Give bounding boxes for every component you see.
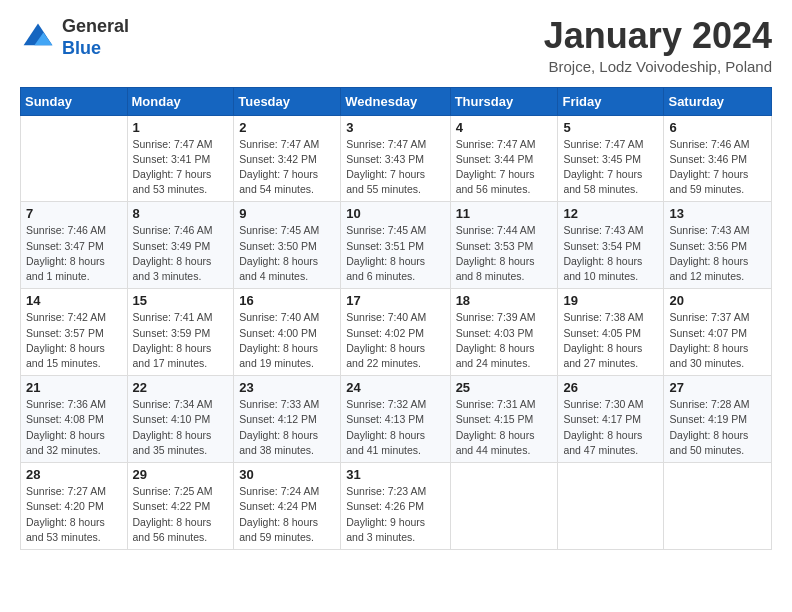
- day-info: Sunrise: 7:38 AM Sunset: 4:05 PM Dayligh…: [563, 310, 658, 371]
- day-info: Sunrise: 7:44 AM Sunset: 3:53 PM Dayligh…: [456, 223, 553, 284]
- day-info: Sunrise: 7:23 AM Sunset: 4:26 PM Dayligh…: [346, 484, 444, 545]
- month-title: January 2024: [544, 16, 772, 56]
- day-info: Sunrise: 7:28 AM Sunset: 4:19 PM Dayligh…: [669, 397, 766, 458]
- day-number: 21: [26, 380, 122, 395]
- weekday-header-monday: Monday: [127, 87, 234, 115]
- calendar-cell: 27Sunrise: 7:28 AM Sunset: 4:19 PM Dayli…: [664, 376, 772, 463]
- day-number: 1: [133, 120, 229, 135]
- day-number: 31: [346, 467, 444, 482]
- day-number: 4: [456, 120, 553, 135]
- logo-text: General Blue: [62, 16, 129, 59]
- calendar-cell: 7Sunrise: 7:46 AM Sunset: 3:47 PM Daylig…: [21, 202, 128, 289]
- day-info: Sunrise: 7:33 AM Sunset: 4:12 PM Dayligh…: [239, 397, 335, 458]
- logo-icon: [20, 20, 56, 56]
- day-info: Sunrise: 7:36 AM Sunset: 4:08 PM Dayligh…: [26, 397, 122, 458]
- day-number: 13: [669, 206, 766, 221]
- calendar-table: SundayMondayTuesdayWednesdayThursdayFrid…: [20, 87, 772, 550]
- weekday-header-thursday: Thursday: [450, 87, 558, 115]
- day-number: 29: [133, 467, 229, 482]
- day-number: 6: [669, 120, 766, 135]
- day-info: Sunrise: 7:43 AM Sunset: 3:56 PM Dayligh…: [669, 223, 766, 284]
- day-info: Sunrise: 7:46 AM Sunset: 3:46 PM Dayligh…: [669, 137, 766, 198]
- weekday-header-tuesday: Tuesday: [234, 87, 341, 115]
- day-info: Sunrise: 7:43 AM Sunset: 3:54 PM Dayligh…: [563, 223, 658, 284]
- day-number: 3: [346, 120, 444, 135]
- day-number: 27: [669, 380, 766, 395]
- week-row-1: 1Sunrise: 7:47 AM Sunset: 3:41 PM Daylig…: [21, 115, 772, 202]
- day-number: 7: [26, 206, 122, 221]
- week-row-3: 14Sunrise: 7:42 AM Sunset: 3:57 PM Dayli…: [21, 289, 772, 376]
- day-number: 26: [563, 380, 658, 395]
- day-number: 22: [133, 380, 229, 395]
- day-number: 11: [456, 206, 553, 221]
- day-number: 17: [346, 293, 444, 308]
- day-info: Sunrise: 7:32 AM Sunset: 4:13 PM Dayligh…: [346, 397, 444, 458]
- day-info: Sunrise: 7:31 AM Sunset: 4:15 PM Dayligh…: [456, 397, 553, 458]
- calendar-cell: 6Sunrise: 7:46 AM Sunset: 3:46 PM Daylig…: [664, 115, 772, 202]
- calendar-cell: 24Sunrise: 7:32 AM Sunset: 4:13 PM Dayli…: [341, 376, 450, 463]
- day-info: Sunrise: 7:47 AM Sunset: 3:44 PM Dayligh…: [456, 137, 553, 198]
- day-number: 20: [669, 293, 766, 308]
- day-info: Sunrise: 7:40 AM Sunset: 4:02 PM Dayligh…: [346, 310, 444, 371]
- calendar-cell: 9Sunrise: 7:45 AM Sunset: 3:50 PM Daylig…: [234, 202, 341, 289]
- calendar-cell: 1Sunrise: 7:47 AM Sunset: 3:41 PM Daylig…: [127, 115, 234, 202]
- day-number: 30: [239, 467, 335, 482]
- calendar-cell: 15Sunrise: 7:41 AM Sunset: 3:59 PM Dayli…: [127, 289, 234, 376]
- day-number: 19: [563, 293, 658, 308]
- day-info: Sunrise: 7:42 AM Sunset: 3:57 PM Dayligh…: [26, 310, 122, 371]
- week-row-4: 21Sunrise: 7:36 AM Sunset: 4:08 PM Dayli…: [21, 376, 772, 463]
- day-number: 18: [456, 293, 553, 308]
- calendar-cell: 30Sunrise: 7:24 AM Sunset: 4:24 PM Dayli…: [234, 463, 341, 550]
- day-info: Sunrise: 7:47 AM Sunset: 3:45 PM Dayligh…: [563, 137, 658, 198]
- calendar-cell: 14Sunrise: 7:42 AM Sunset: 3:57 PM Dayli…: [21, 289, 128, 376]
- day-info: Sunrise: 7:34 AM Sunset: 4:10 PM Dayligh…: [133, 397, 229, 458]
- day-info: Sunrise: 7:24 AM Sunset: 4:24 PM Dayligh…: [239, 484, 335, 545]
- calendar-cell: 26Sunrise: 7:30 AM Sunset: 4:17 PM Dayli…: [558, 376, 664, 463]
- page-header: General Blue January 2024 Brojce, Lodz V…: [20, 16, 772, 75]
- day-info: Sunrise: 7:40 AM Sunset: 4:00 PM Dayligh…: [239, 310, 335, 371]
- day-info: Sunrise: 7:47 AM Sunset: 3:41 PM Dayligh…: [133, 137, 229, 198]
- calendar-cell: 16Sunrise: 7:40 AM Sunset: 4:00 PM Dayli…: [234, 289, 341, 376]
- calendar-cell: 29Sunrise: 7:25 AM Sunset: 4:22 PM Dayli…: [127, 463, 234, 550]
- calendar-cell: 2Sunrise: 7:47 AM Sunset: 3:42 PM Daylig…: [234, 115, 341, 202]
- day-number: 24: [346, 380, 444, 395]
- calendar-cell: 28Sunrise: 7:27 AM Sunset: 4:20 PM Dayli…: [21, 463, 128, 550]
- calendar-cell: 4Sunrise: 7:47 AM Sunset: 3:44 PM Daylig…: [450, 115, 558, 202]
- day-info: Sunrise: 7:37 AM Sunset: 4:07 PM Dayligh…: [669, 310, 766, 371]
- calendar-cell: 5Sunrise: 7:47 AM Sunset: 3:45 PM Daylig…: [558, 115, 664, 202]
- day-info: Sunrise: 7:46 AM Sunset: 3:47 PM Dayligh…: [26, 223, 122, 284]
- calendar-header: SundayMondayTuesdayWednesdayThursdayFrid…: [21, 87, 772, 115]
- calendar-cell: 18Sunrise: 7:39 AM Sunset: 4:03 PM Dayli…: [450, 289, 558, 376]
- day-number: 15: [133, 293, 229, 308]
- calendar-cell: 22Sunrise: 7:34 AM Sunset: 4:10 PM Dayli…: [127, 376, 234, 463]
- weekday-header-sunday: Sunday: [21, 87, 128, 115]
- week-row-2: 7Sunrise: 7:46 AM Sunset: 3:47 PM Daylig…: [21, 202, 772, 289]
- day-number: 16: [239, 293, 335, 308]
- calendar-cell: 3Sunrise: 7:47 AM Sunset: 3:43 PM Daylig…: [341, 115, 450, 202]
- day-info: Sunrise: 7:47 AM Sunset: 3:42 PM Dayligh…: [239, 137, 335, 198]
- calendar-body: 1Sunrise: 7:47 AM Sunset: 3:41 PM Daylig…: [21, 115, 772, 549]
- day-number: 8: [133, 206, 229, 221]
- calendar-cell: 21Sunrise: 7:36 AM Sunset: 4:08 PM Dayli…: [21, 376, 128, 463]
- calendar-cell: 13Sunrise: 7:43 AM Sunset: 3:56 PM Dayli…: [664, 202, 772, 289]
- day-number: 9: [239, 206, 335, 221]
- weekday-header-wednesday: Wednesday: [341, 87, 450, 115]
- day-number: 2: [239, 120, 335, 135]
- calendar-cell: [21, 115, 128, 202]
- day-number: 10: [346, 206, 444, 221]
- day-info: Sunrise: 7:39 AM Sunset: 4:03 PM Dayligh…: [456, 310, 553, 371]
- calendar-cell: 20Sunrise: 7:37 AM Sunset: 4:07 PM Dayli…: [664, 289, 772, 376]
- calendar-cell: 19Sunrise: 7:38 AM Sunset: 4:05 PM Dayli…: [558, 289, 664, 376]
- weekday-header-friday: Friday: [558, 87, 664, 115]
- calendar-cell: 17Sunrise: 7:40 AM Sunset: 4:02 PM Dayli…: [341, 289, 450, 376]
- day-info: Sunrise: 7:45 AM Sunset: 3:50 PM Dayligh…: [239, 223, 335, 284]
- week-row-5: 28Sunrise: 7:27 AM Sunset: 4:20 PM Dayli…: [21, 463, 772, 550]
- day-number: 23: [239, 380, 335, 395]
- calendar-cell: [664, 463, 772, 550]
- day-info: Sunrise: 7:47 AM Sunset: 3:43 PM Dayligh…: [346, 137, 444, 198]
- calendar-cell: 11Sunrise: 7:44 AM Sunset: 3:53 PM Dayli…: [450, 202, 558, 289]
- calendar-cell: 8Sunrise: 7:46 AM Sunset: 3:49 PM Daylig…: [127, 202, 234, 289]
- day-number: 25: [456, 380, 553, 395]
- location: Brojce, Lodz Voivodeship, Poland: [544, 58, 772, 75]
- day-number: 12: [563, 206, 658, 221]
